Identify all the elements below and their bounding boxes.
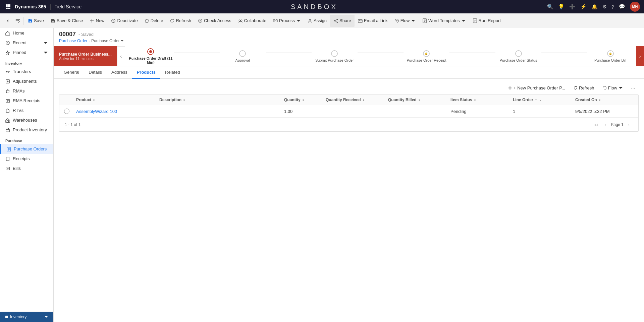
forward-button[interactable] [13, 16, 23, 26]
svg-point-19 [337, 21, 338, 23]
brand-separator: | [49, 3, 51, 10]
col-header-qty-received[interactable]: Quantity Received [324, 95, 386, 105]
row-checkbox[interactable] [64, 109, 69, 114]
sidebar-item-home[interactable]: Home [0, 28, 53, 38]
process-button[interactable]: Process [270, 15, 304, 27]
grid-header: Product Description Quantity Quantity Re… [59, 95, 638, 105]
cmd-sep-1 [23, 17, 24, 25]
pf-stage-3[interactable]: Submit Purchase Order [312, 50, 358, 62]
tab-related[interactable]: Related [160, 66, 185, 79]
word-templates-button[interactable]: Word Templates [419, 15, 469, 27]
pf-stage-5[interactable]: Purchase Order Status [495, 50, 541, 62]
grid-menu-button[interactable] [4, 3, 12, 11]
collaborate-button[interactable]: Collaborate [235, 15, 270, 27]
deactivate-button[interactable]: Deactivate [108, 15, 141, 27]
email-link-button[interactable]: Email a Link [355, 15, 391, 27]
products-flow-button[interactable]: Flow [599, 84, 626, 92]
sidebar-bottom-module[interactable]: Inventory [0, 312, 53, 322]
col-header-qty-billed[interactable]: Quantity Billed [386, 95, 448, 105]
tab-products[interactable]: Products [132, 66, 160, 79]
products-grid: Product Description Quantity Quantity Re… [59, 94, 639, 132]
lightbulb-icon[interactable]: 💡 [558, 4, 565, 10]
feedback-icon[interactable]: 💬 [619, 4, 625, 10]
breadcrumb-part2: Purchase Order [91, 39, 120, 43]
pf-stage-1[interactable]: Purchase Order Draft (11 Min) [128, 48, 174, 64]
record-id: 00007 [59, 31, 76, 38]
new-purchase-order-button[interactable]: + New Purchase Order P... [504, 84, 569, 92]
check-access-button[interactable]: Check Access [195, 15, 235, 27]
new-button[interactable]: New [86, 15, 108, 27]
svg-rect-28 [6, 99, 10, 103]
pagination-next[interactable]: › [625, 121, 633, 129]
active-stage[interactable]: Purchase Order Business... Active for 11… [54, 46, 117, 66]
content-area: 00007 - Saved Purchase Order · Purchase … [54, 28, 644, 322]
col-header-product[interactable]: Product [74, 95, 157, 105]
row-product-cell[interactable]: AssemblyWizard 100 [74, 106, 157, 117]
svg-point-18 [337, 18, 338, 20]
pf-right-arrow[interactable]: › [636, 46, 644, 66]
col-header-line-order[interactable]: Line Order [511, 95, 573, 105]
pagination-prev[interactable]: ‹ [601, 121, 609, 129]
sidebar-bottom-label: Inventory [10, 315, 26, 319]
svg-rect-29 [7, 120, 8, 122]
plus-icon[interactable]: ➕ [569, 4, 576, 10]
search-icon[interactable]: 🔍 [547, 4, 553, 10]
active-stage-sub: Active for 11 minutes [59, 57, 112, 61]
breadcrumb-part2-dropdown[interactable]: Purchase Order [91, 39, 124, 43]
brand-label[interactable]: Dynamics 365 [15, 4, 46, 9]
sidebar-item-pinned[interactable]: Pinned [0, 48, 53, 57]
assign-button[interactable]: Assign [304, 15, 330, 27]
save-close-button[interactable]: Save & Close [47, 15, 87, 27]
bell-icon[interactable]: 🔔 [591, 4, 598, 10]
flow-button[interactable]: Flow [391, 15, 419, 27]
refresh-button[interactable]: Refresh [166, 15, 195, 27]
row-quantity-cell: 1.00 [282, 106, 324, 117]
module-label[interactable]: Field Service [54, 4, 82, 9]
active-stage-name: Purchase Order Business... [59, 52, 112, 57]
pf-stage-4[interactable]: 🔒 Purchase Order Receipt [404, 50, 449, 62]
run-report-button[interactable]: Run Report [469, 15, 504, 27]
svg-rect-9 [16, 19, 20, 20]
sidebar-item-rmas[interactable]: RMAs [0, 86, 53, 96]
svg-rect-25 [473, 18, 477, 22]
sidebar-item-purchase-orders[interactable]: Purchase Orders [0, 144, 53, 154]
tab-details[interactable]: Details [84, 66, 107, 79]
delete-button[interactable]: Delete [141, 15, 167, 27]
sidebar-item-rtvs[interactable]: RTVs [0, 106, 53, 115]
svg-rect-3 [6, 6, 7, 7]
sidebar-item-warehouses[interactable]: Warehouses [0, 115, 53, 125]
pf-left-arrow[interactable]: ‹ [117, 46, 125, 66]
pf-stage-6[interactable]: 🔒 Purchase Order Bill [587, 50, 633, 62]
pf-stage-label-2: Approval [235, 58, 250, 62]
products-refresh-button[interactable]: Refresh [570, 84, 598, 92]
products-more-button[interactable]: ⋯ [628, 84, 639, 92]
sidebar-item-receipts[interactable]: Receipts [0, 154, 53, 164]
breadcrumb: Purchase Order · Purchase Order [59, 39, 639, 43]
sidebar-item-rma-receipts[interactable]: RMA Receipts [0, 96, 53, 106]
sidebar-item-recent[interactable]: Recent [0, 38, 53, 48]
share-button[interactable]: Share [330, 15, 355, 27]
col-header-item-status[interactable]: Item Status [448, 95, 511, 105]
row-check-cell[interactable] [62, 105, 74, 117]
settings-icon[interactable]: ⚙ [602, 4, 607, 10]
main-layout: Home Recent Pinned Inventory Transfers A… [0, 28, 644, 322]
pf-connector-1 [174, 53, 220, 53]
help-icon[interactable]: ? [611, 4, 614, 10]
sidebar-item-bills[interactable]: Bills [0, 164, 53, 173]
tab-general[interactable]: General [59, 66, 84, 79]
sidebar-item-adjustments[interactable]: Adjustments [0, 76, 53, 86]
save-button[interactable]: Save [24, 15, 47, 27]
col-header-quantity[interactable]: Quantity [282, 95, 324, 105]
top-nav: Dynamics 365 | Field Service SANDBOX 🔍 💡… [0, 0, 644, 13]
filter-icon[interactable]: ⚡ [580, 4, 587, 10]
pagination-first[interactable]: ⏮ [592, 121, 600, 129]
tab-address[interactable]: Address [107, 66, 132, 79]
sidebar-bottom-icon [5, 316, 8, 318]
sidebar-item-product-inventory[interactable]: Product Inventory [0, 125, 53, 135]
col-header-description[interactable]: Description [157, 95, 282, 105]
sidebar-item-transfers[interactable]: Transfers [0, 67, 53, 76]
back-button[interactable] [3, 16, 13, 26]
user-avatar[interactable]: MH [630, 2, 640, 12]
pf-stage-2[interactable]: Approval [220, 50, 266, 62]
col-header-created-on[interactable]: Created On [573, 95, 636, 105]
